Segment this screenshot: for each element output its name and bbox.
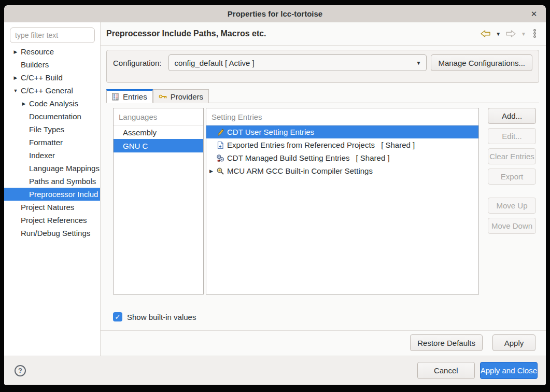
entry-mcu-arm-gcc[interactable]: ▶ MCU ARM GCC Built-in Compiler Settings	[206, 164, 478, 177]
tab-bar: Entries Providers	[106, 89, 539, 103]
document-export-icon	[216, 141, 225, 149]
gears-icon	[216, 154, 225, 162]
entry-shared-badge: [ Shared ]	[381, 141, 415, 149]
language-item-gnu-c[interactable]: GNU C	[114, 139, 203, 152]
sidebar-item-run-debug-settings[interactable]: Run/Debug Settings	[4, 227, 100, 240]
key-icon	[159, 93, 167, 100]
sidebar-item-label: Builders	[21, 60, 49, 69]
chevron-right-icon[interactable]: ▶	[10, 49, 21, 54]
sidebar-item-label: File Types	[29, 125, 64, 134]
page-header: Preprocessor Include Paths, Macros etc. …	[101, 22, 546, 46]
chevron-down-icon[interactable]: ▼	[10, 88, 21, 93]
sidebar-item-preprocessor-include[interactable]: Preprocessor Includ	[4, 188, 100, 201]
move-up-button: Move Up	[488, 198, 536, 214]
properties-tree: ▶ Resource Builders ▶ C/C++ Build ▼ C/C+…	[4, 45, 100, 240]
manage-configurations-button[interactable]: Manage Configurations...	[431, 54, 532, 71]
pen-icon	[216, 128, 225, 136]
properties-dialog: Properties for lcc-tortoise ✕ ▶ Resource…	[4, 5, 546, 385]
apply-and-close-button[interactable]: Apply and Close	[480, 362, 538, 379]
move-down-button: Move Down	[488, 218, 536, 234]
edit-button: Edit...	[488, 128, 536, 144]
sidebar-item-formatter[interactable]: Formatter	[4, 136, 100, 149]
sidebar-item-builders[interactable]: Builders	[4, 58, 100, 71]
entry-action-buttons: Add... Edit... Clear Entries Export Move…	[488, 108, 536, 234]
sidebar-item-documentation[interactable]: Documentation	[4, 110, 100, 123]
sidebar-item-resource[interactable]: ▶ Resource	[4, 45, 100, 58]
configuration-value: config_default [ Active ]	[174, 59, 416, 67]
magnifier-icon	[216, 167, 225, 175]
chevron-right-icon[interactable]: ▶	[209, 169, 216, 174]
main-panel: Preprocessor Include Paths, Macros etc. …	[101, 22, 546, 356]
checkbox-checked-icon[interactable]: ✓	[113, 312, 122, 321]
sidebar-item-label: Documentation	[29, 112, 81, 121]
configuration-label: Configuration:	[113, 59, 161, 67]
sidebar-item-paths-and-symbols[interactable]: Paths and Symbols	[4, 175, 100, 188]
sidebar-item-file-types[interactable]: File Types	[4, 123, 100, 136]
sidebar-item-label: Indexer	[29, 151, 55, 160]
setting-entries-list: Setting Entries CDT User Setting Entries	[206, 108, 479, 295]
sidebar-item-label: Preprocessor Includ	[29, 190, 98, 199]
entry-label: Exported Entries from Referenced Project…	[227, 141, 375, 149]
entry-label: CDT User Setting Entries	[227, 128, 314, 136]
checkbox-label: Show built-in values	[127, 313, 196, 321]
titlebar: Properties for lcc-tortoise ✕	[4, 5, 546, 22]
apply-button[interactable]: Apply	[492, 334, 535, 351]
tab-providers[interactable]: Providers	[153, 89, 209, 103]
tab-entries[interactable]: Entries	[106, 89, 153, 103]
chevron-right-icon[interactable]: ▶	[19, 101, 29, 106]
sidebar-item-language-mappings[interactable]: Language Mappings	[4, 162, 100, 175]
tab-label: Providers	[171, 92, 203, 101]
sidebar-item-cpp-build[interactable]: ▶ C/C++ Build	[4, 71, 100, 84]
sidebar: ▶ Resource Builders ▶ C/C++ Build ▼ C/C+…	[4, 22, 101, 356]
close-icon[interactable]: ✕	[528, 8, 540, 20]
sidebar-item-label: Formatter	[29, 138, 63, 147]
export-button: Export	[488, 169, 536, 185]
sidebar-item-label: Paths and Symbols	[29, 177, 96, 186]
sidebar-item-label: Language Mappings	[29, 164, 100, 173]
setting-entries-header: Setting Entries	[206, 108, 478, 125]
configuration-group: Configuration: config_default [ Active ]…	[106, 50, 539, 83]
window-title: Properties for lcc-tortoise	[228, 9, 322, 18]
entry-label: CDT Managed Build Setting Entries	[227, 153, 350, 162]
view-menu-icon[interactable]	[532, 29, 537, 39]
cancel-button[interactable]: Cancel	[417, 362, 475, 379]
page-title: Preprocessor Include Paths, Macros etc.	[106, 29, 480, 38]
sidebar-item-label: Code Analysis	[29, 99, 78, 108]
clear-entries-button: Clear Entries	[488, 148, 536, 164]
sidebar-item-label: Project Natures	[21, 203, 74, 212]
languages-list: Languages Assembly GNU C	[113, 108, 204, 295]
forward-arrow-icon	[505, 30, 516, 38]
sidebar-item-label: C/C++ Build	[21, 73, 63, 82]
defaults-row: Restore Defaults Apply	[101, 331, 546, 351]
language-item-assembly[interactable]: Assembly	[114, 125, 203, 139]
back-arrow-icon[interactable]	[480, 30, 491, 38]
chevron-right-icon[interactable]: ▶	[10, 75, 21, 80]
back-history-dropdown-icon[interactable]: ▼	[496, 31, 501, 37]
filter-input[interactable]	[10, 27, 95, 43]
sidebar-item-project-references[interactable]: Project References	[4, 214, 100, 227]
add-button[interactable]: Add...	[488, 108, 536, 124]
entry-cdt-managed-build[interactable]: CDT Managed Build Setting Entries [ Shar…	[206, 151, 478, 164]
entry-shared-badge: [ Shared ]	[356, 153, 390, 162]
configuration-combo[interactable]: config_default [ Active ] ▼	[168, 54, 427, 71]
combo-dropdown-icon: ▼	[416, 60, 421, 66]
show-built-in-values-row: ✓ Show built-in values	[113, 312, 546, 322]
restore-defaults-button[interactable]: Restore Defaults	[410, 334, 483, 351]
sidebar-item-label: Run/Debug Settings	[21, 229, 90, 237]
entry-exported-entries[interactable]: Exported Entries from Referenced Project…	[206, 138, 478, 151]
forward-history-dropdown-icon: ▼	[521, 31, 526, 37]
languages-header: Languages	[114, 108, 203, 125]
sidebar-item-indexer[interactable]: Indexer	[4, 149, 100, 162]
entry-label: MCU ARM GCC Built-in Compiler Settings	[227, 166, 373, 175]
sidebar-item-project-natures[interactable]: Project Natures	[4, 201, 100, 214]
tab-label: Entries	[123, 92, 147, 101]
sidebar-item-label: Project References	[21, 216, 87, 225]
sidebar-item-cpp-general[interactable]: ▼ C/C++ General	[4, 84, 100, 97]
entries-list-icon	[112, 93, 120, 101]
sidebar-item-code-analysis[interactable]: ▶ Code Analysis	[4, 97, 100, 110]
sidebar-item-label: C/C++ General	[21, 86, 73, 95]
entry-cdt-user-setting-entries[interactable]: CDT User Setting Entries	[206, 125, 478, 138]
help-icon[interactable]: ?	[15, 365, 26, 376]
sidebar-item-label: Resource	[21, 47, 54, 56]
dialog-footer: ? Cancel Apply and Close	[4, 356, 546, 385]
